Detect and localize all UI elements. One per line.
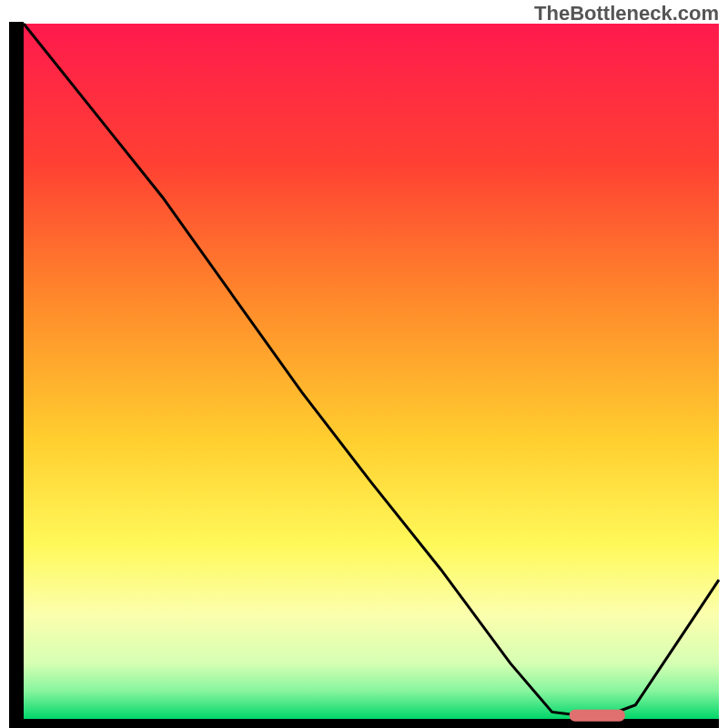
chart-svg <box>0 0 728 728</box>
watermark-text: TheBottleneck.com <box>534 2 719 25</box>
axis-left <box>9 22 24 728</box>
optimal-marker <box>570 710 625 722</box>
plot-background <box>24 24 719 719</box>
chart-container: TheBottleneck.com <box>0 0 728 728</box>
